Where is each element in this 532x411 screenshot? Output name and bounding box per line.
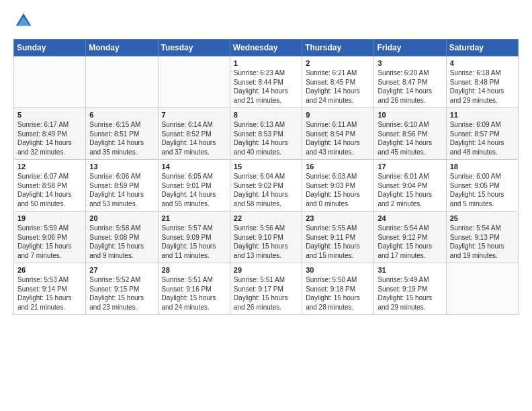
day-info: Sunrise: 5:53 AM Sunset: 9:14 PM Dayligh… [17, 275, 82, 312]
day-info: Sunrise: 6:07 AM Sunset: 8:58 PM Dayligh… [17, 172, 82, 208]
day-info: Sunrise: 5:51 AM Sunset: 9:17 PM Dayligh… [234, 275, 298, 312]
calendar-cell [446, 263, 518, 315]
day-info: Sunrise: 6:10 AM Sunset: 8:56 PM Dayligh… [378, 120, 442, 156]
calendar-cell: 13Sunrise: 6:06 AM Sunset: 8:59 PM Dayli… [86, 160, 158, 212]
calendar-cell: 14Sunrise: 6:05 AM Sunset: 9:01 PM Dayli… [158, 160, 230, 212]
day-number: 29 [234, 266, 298, 274]
logo-icon [13, 11, 34, 31]
day-info: Sunrise: 5:50 AM Sunset: 9:18 PM Dayligh… [306, 275, 370, 312]
calendar-cell: 15Sunrise: 6:04 AM Sunset: 9:02 PM Dayli… [230, 160, 302, 212]
day-number: 9 [306, 111, 370, 119]
day-info: Sunrise: 6:03 AM Sunset: 9:03 PM Dayligh… [306, 172, 370, 208]
day-info: Sunrise: 6:11 AM Sunset: 8:54 PM Dayligh… [306, 120, 370, 156]
page: SundayMondayTuesdayWednesdayThursdayFrid… [0, 0, 532, 322]
calendar-cell [86, 56, 158, 108]
day-info: Sunrise: 6:05 AM Sunset: 9:01 PM Dayligh… [162, 172, 226, 208]
calendar-cell: 17Sunrise: 6:01 AM Sunset: 9:04 PM Dayli… [374, 160, 446, 212]
calendar-cell: 11Sunrise: 6:09 AM Sunset: 8:57 PM Dayli… [446, 108, 518, 160]
day-number: 26 [17, 266, 82, 274]
calendar-cell: 23Sunrise: 5:55 AM Sunset: 9:11 PM Dayli… [302, 212, 374, 263]
calendar-cell: 2Sunrise: 6:21 AM Sunset: 8:45 PM Daylig… [302, 56, 374, 108]
weekday-header: Wednesday [230, 40, 302, 56]
calendar-body: 1Sunrise: 6:23 AM Sunset: 8:44 PM Daylig… [14, 56, 519, 315]
day-number: 4 [450, 59, 515, 67]
calendar-table: SundayMondayTuesdayWednesdayThursdayFrid… [13, 39, 519, 315]
day-number: 28 [162, 266, 226, 274]
day-number: 31 [378, 266, 442, 274]
calendar-cell: 25Sunrise: 5:54 AM Sunset: 9:13 PM Dayli… [446, 212, 518, 263]
weekday-row: SundayMondayTuesdayWednesdayThursdayFrid… [14, 40, 519, 56]
day-info: Sunrise: 6:21 AM Sunset: 8:45 PM Dayligh… [306, 68, 370, 105]
day-info: Sunrise: 5:57 AM Sunset: 9:09 PM Dayligh… [162, 224, 226, 260]
day-number: 25 [450, 214, 515, 222]
day-info: Sunrise: 6:04 AM Sunset: 9:02 PM Dayligh… [234, 172, 298, 208]
day-info: Sunrise: 6:13 AM Sunset: 8:53 PM Dayligh… [234, 120, 298, 156]
calendar-week-row: 1Sunrise: 6:23 AM Sunset: 8:44 PM Daylig… [14, 56, 519, 108]
day-number: 10 [378, 111, 442, 119]
day-info: Sunrise: 5:58 AM Sunset: 9:08 PM Dayligh… [89, 224, 154, 260]
day-number: 12 [17, 163, 82, 171]
calendar-cell: 16Sunrise: 6:03 AM Sunset: 9:03 PM Dayli… [302, 160, 374, 212]
calendar-week-row: 19Sunrise: 5:59 AM Sunset: 9:06 PM Dayli… [14, 212, 519, 263]
day-number: 8 [234, 111, 298, 119]
calendar-cell: 7Sunrise: 6:14 AM Sunset: 8:52 PM Daylig… [158, 108, 230, 160]
calendar-cell: 22Sunrise: 5:56 AM Sunset: 9:10 PM Dayli… [230, 212, 302, 263]
weekday-header: Monday [86, 40, 158, 56]
calendar-cell: 12Sunrise: 6:07 AM Sunset: 8:58 PM Dayli… [14, 160, 86, 212]
calendar-cell: 29Sunrise: 5:51 AM Sunset: 9:17 PM Dayli… [230, 263, 302, 315]
calendar-cell: 27Sunrise: 5:52 AM Sunset: 9:15 PM Dayli… [86, 263, 158, 315]
day-info: Sunrise: 6:09 AM Sunset: 8:57 PM Dayligh… [450, 120, 515, 156]
calendar-week-row: 12Sunrise: 6:07 AM Sunset: 8:58 PM Dayli… [14, 160, 519, 212]
day-number: 13 [89, 163, 154, 171]
calendar-cell: 5Sunrise: 6:17 AM Sunset: 8:49 PM Daylig… [14, 108, 86, 160]
day-number: 15 [234, 163, 298, 171]
calendar-cell: 3Sunrise: 6:20 AM Sunset: 8:47 PM Daylig… [374, 56, 446, 108]
calendar-cell: 24Sunrise: 5:54 AM Sunset: 9:12 PM Dayli… [374, 212, 446, 263]
day-number: 23 [306, 214, 370, 222]
day-number: 27 [89, 266, 154, 274]
calendar-cell: 18Sunrise: 6:00 AM Sunset: 9:05 PM Dayli… [446, 160, 518, 212]
calendar-week-row: 5Sunrise: 6:17 AM Sunset: 8:49 PM Daylig… [14, 108, 519, 160]
day-number: 2 [306, 59, 370, 67]
day-number: 17 [378, 163, 442, 171]
calendar-cell: 9Sunrise: 6:11 AM Sunset: 8:54 PM Daylig… [302, 108, 374, 160]
day-info: Sunrise: 5:51 AM Sunset: 9:16 PM Dayligh… [162, 275, 226, 312]
calendar-cell [158, 56, 230, 108]
calendar-cell: 1Sunrise: 6:23 AM Sunset: 8:44 PM Daylig… [230, 56, 302, 108]
day-number: 22 [234, 214, 298, 222]
day-info: Sunrise: 5:59 AM Sunset: 9:06 PM Dayligh… [17, 224, 82, 260]
day-number: 24 [378, 214, 442, 222]
logo [13, 11, 38, 31]
day-info: Sunrise: 5:49 AM Sunset: 9:19 PM Dayligh… [378, 275, 442, 312]
day-number: 20 [89, 214, 154, 222]
calendar-cell: 8Sunrise: 6:13 AM Sunset: 8:53 PM Daylig… [230, 108, 302, 160]
day-number: 14 [162, 163, 226, 171]
weekday-header: Friday [374, 40, 446, 56]
weekday-header: Sunday [14, 40, 86, 56]
day-info: Sunrise: 5:54 AM Sunset: 9:13 PM Dayligh… [450, 224, 515, 260]
calendar-cell: 31Sunrise: 5:49 AM Sunset: 9:19 PM Dayli… [374, 263, 446, 315]
day-number: 19 [17, 214, 82, 222]
day-number: 3 [378, 59, 442, 67]
day-number: 6 [89, 111, 154, 119]
day-number: 7 [162, 111, 226, 119]
day-info: Sunrise: 5:56 AM Sunset: 9:10 PM Dayligh… [234, 224, 298, 260]
day-number: 5 [17, 111, 82, 119]
day-number: 1 [234, 59, 298, 67]
day-number: 11 [450, 111, 515, 119]
day-info: Sunrise: 6:06 AM Sunset: 8:59 PM Dayligh… [89, 172, 154, 208]
calendar-cell: 20Sunrise: 5:58 AM Sunset: 9:08 PM Dayli… [86, 212, 158, 263]
day-info: Sunrise: 6:14 AM Sunset: 8:52 PM Dayligh… [162, 120, 226, 156]
day-info: Sunrise: 6:00 AM Sunset: 9:05 PM Dayligh… [450, 172, 515, 208]
day-info: Sunrise: 5:52 AM Sunset: 9:15 PM Dayligh… [89, 275, 154, 312]
calendar-cell [14, 56, 86, 108]
calendar-cell: 28Sunrise: 5:51 AM Sunset: 9:16 PM Dayli… [158, 263, 230, 315]
day-number: 30 [306, 266, 370, 274]
weekday-header: Saturday [446, 40, 518, 56]
day-number: 16 [306, 163, 370, 171]
day-info: Sunrise: 6:01 AM Sunset: 9:04 PM Dayligh… [378, 172, 442, 208]
calendar-cell: 21Sunrise: 5:57 AM Sunset: 9:09 PM Dayli… [158, 212, 230, 263]
weekday-header: Tuesday [158, 40, 230, 56]
day-number: 18 [450, 163, 515, 171]
header [13, 11, 519, 31]
